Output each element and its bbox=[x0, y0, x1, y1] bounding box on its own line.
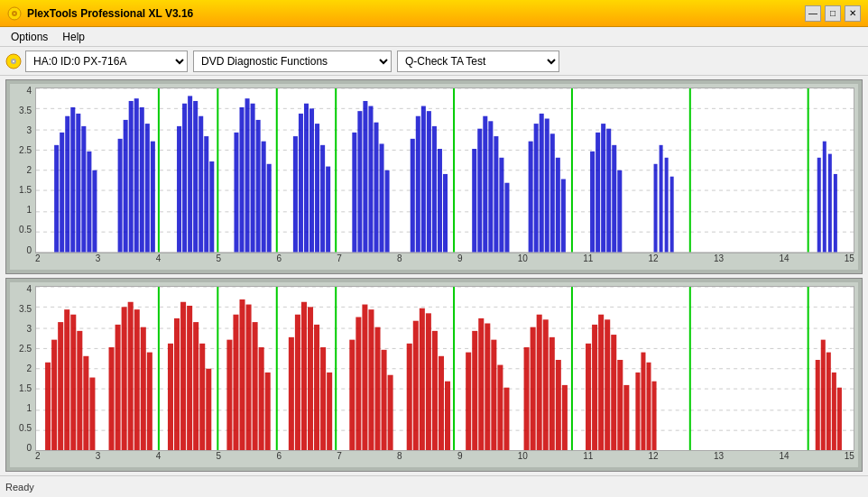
svg-rect-95 bbox=[670, 177, 674, 253]
svg-rect-72 bbox=[483, 116, 487, 253]
svg-rect-197 bbox=[837, 387, 842, 450]
svg-rect-59 bbox=[374, 123, 378, 253]
svg-rect-44 bbox=[256, 120, 261, 253]
svg-rect-18 bbox=[70, 107, 75, 253]
svg-rect-56 bbox=[357, 111, 362, 252]
bottom-chart-x-axis: 2 3 4 5 6 7 8 9 10 11 12 13 14 15 bbox=[35, 451, 854, 465]
menu-options[interactable]: Options bbox=[4, 29, 55, 45]
svg-rect-58 bbox=[368, 106, 373, 253]
menu-help[interactable]: Help bbox=[55, 29, 92, 45]
menu-bar: Options Help bbox=[0, 27, 868, 47]
top-chart-plot bbox=[35, 87, 854, 253]
bottom-chart-y-axis: 4 3.5 3 2.5 2 1.5 1 0.5 0 bbox=[10, 282, 35, 468]
svg-rect-38 bbox=[209, 161, 214, 253]
title-controls[interactable]: — □ ✕ bbox=[805, 5, 861, 22]
svg-rect-45 bbox=[262, 142, 266, 253]
svg-rect-170 bbox=[497, 364, 503, 450]
svg-rect-184 bbox=[611, 335, 616, 450]
svg-rect-54 bbox=[326, 167, 330, 253]
function-select[interactable]: DVD Diagnostic Functions bbox=[193, 51, 392, 72]
bottom-chart-svg bbox=[36, 287, 854, 451]
svg-rect-137 bbox=[239, 299, 245, 450]
status-text: Ready bbox=[5, 482, 34, 492]
svg-rect-79 bbox=[534, 124, 539, 252]
svg-rect-128 bbox=[174, 318, 180, 450]
svg-rect-26 bbox=[129, 101, 134, 253]
svg-rect-181 bbox=[592, 324, 597, 450]
top-chart-inner: 4 3.5 3 2.5 2 1.5 1 0.5 0 bbox=[10, 84, 858, 270]
svg-rect-63 bbox=[411, 139, 415, 253]
svg-rect-30 bbox=[151, 142, 155, 253]
svg-rect-131 bbox=[193, 322, 199, 450]
svg-rect-150 bbox=[349, 339, 355, 450]
svg-rect-64 bbox=[416, 116, 420, 253]
svg-rect-21 bbox=[87, 152, 91, 253]
svg-rect-117 bbox=[89, 377, 95, 450]
svg-rect-147 bbox=[314, 324, 319, 450]
svg-rect-88 bbox=[606, 129, 611, 253]
svg-rect-119 bbox=[109, 347, 115, 450]
svg-rect-29 bbox=[145, 124, 150, 252]
svg-rect-24 bbox=[118, 139, 123, 253]
svg-rect-48 bbox=[293, 136, 298, 252]
top-chart-svg bbox=[36, 88, 854, 253]
bottom-chart-plot bbox=[35, 286, 854, 452]
svg-rect-180 bbox=[586, 343, 591, 450]
svg-rect-167 bbox=[478, 318, 484, 450]
svg-rect-196 bbox=[832, 372, 836, 450]
svg-rect-66 bbox=[427, 111, 431, 252]
svg-rect-74 bbox=[494, 136, 498, 252]
app-icon bbox=[7, 6, 22, 21]
svg-rect-80 bbox=[540, 114, 544, 253]
svg-rect-22 bbox=[92, 170, 97, 253]
svg-rect-183 bbox=[605, 319, 610, 450]
svg-rect-132 bbox=[199, 343, 205, 450]
svg-rect-124 bbox=[141, 327, 146, 450]
svg-rect-141 bbox=[265, 372, 271, 450]
svg-rect-84 bbox=[561, 179, 566, 253]
svg-rect-90 bbox=[617, 170, 622, 253]
svg-rect-155 bbox=[382, 349, 387, 450]
svg-rect-193 bbox=[816, 359, 820, 450]
svg-rect-28 bbox=[140, 107, 144, 253]
svg-rect-152 bbox=[362, 304, 367, 450]
main-content: 4 3.5 3 2.5 2 1.5 1 0.5 0 bbox=[0, 76, 868, 475]
svg-rect-186 bbox=[623, 384, 629, 450]
svg-rect-136 bbox=[233, 314, 238, 450]
drive-select[interactable]: HA:0 ID:0 PX-716A bbox=[25, 51, 188, 72]
svg-rect-176 bbox=[543, 319, 549, 450]
svg-rect-76 bbox=[504, 183, 509, 253]
svg-rect-175 bbox=[537, 314, 542, 450]
svg-rect-163 bbox=[439, 355, 444, 450]
svg-rect-42 bbox=[245, 98, 250, 252]
bottom-chart-container: 4 3.5 3 2.5 2 1.5 1 0.5 0 bbox=[5, 278, 863, 473]
svg-rect-93 bbox=[660, 145, 663, 253]
close-button[interactable]: ✕ bbox=[845, 5, 861, 22]
svg-rect-188 bbox=[635, 372, 640, 450]
svg-rect-78 bbox=[529, 142, 533, 253]
svg-rect-185 bbox=[617, 359, 623, 450]
svg-rect-110 bbox=[45, 362, 51, 450]
svg-rect-125 bbox=[147, 352, 152, 450]
svg-rect-69 bbox=[443, 174, 448, 253]
test-select[interactable]: Q-Check TA Test bbox=[397, 51, 559, 72]
svg-rect-174 bbox=[531, 327, 536, 450]
svg-rect-98 bbox=[823, 142, 826, 253]
disc-icon bbox=[5, 53, 22, 69]
svg-rect-19 bbox=[76, 114, 80, 253]
maximize-button[interactable]: □ bbox=[825, 5, 841, 22]
svg-rect-114 bbox=[70, 314, 76, 450]
svg-rect-68 bbox=[438, 149, 442, 252]
svg-rect-127 bbox=[168, 343, 173, 450]
svg-rect-65 bbox=[421, 106, 426, 253]
svg-rect-162 bbox=[432, 330, 438, 450]
svg-rect-61 bbox=[385, 170, 390, 253]
svg-rect-194 bbox=[821, 339, 826, 450]
svg-rect-149 bbox=[327, 372, 332, 450]
svg-rect-177 bbox=[549, 336, 555, 450]
svg-rect-49 bbox=[299, 114, 303, 253]
svg-rect-122 bbox=[128, 301, 134, 450]
svg-rect-189 bbox=[641, 352, 645, 450]
svg-rect-55 bbox=[352, 133, 356, 253]
minimize-button[interactable]: — bbox=[805, 5, 821, 22]
